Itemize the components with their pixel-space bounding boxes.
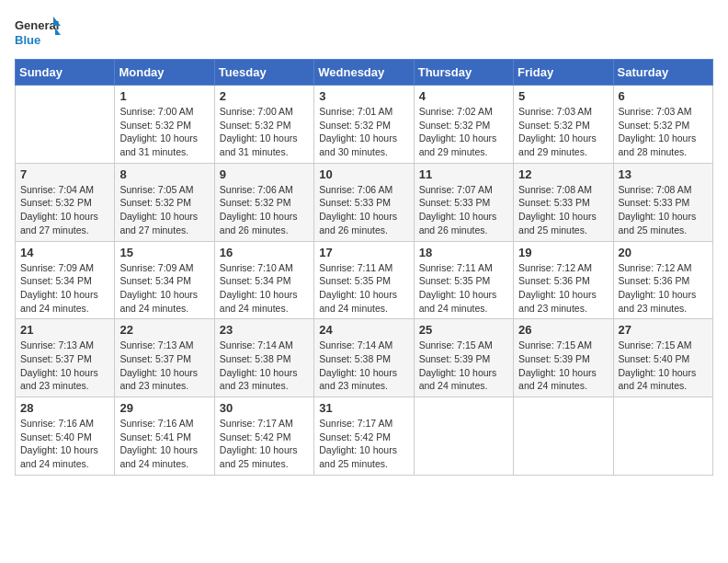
calendar-cell	[514, 397, 613, 476]
day-number: 8	[119, 167, 209, 181]
day-info: Sunrise: 7:08 AM Sunset: 5:33 PM Dayligh…	[619, 183, 708, 237]
day-number: 29	[119, 401, 209, 415]
day-info: Sunrise: 7:17 AM Sunset: 5:42 PM Dayligh…	[319, 417, 408, 471]
day-number: 22	[119, 323, 209, 337]
day-info: Sunrise: 7:11 AM Sunset: 5:35 PM Dayligh…	[419, 261, 508, 316]
weekday-header-row: SundayMondayTuesdayWednesdayThursdayFrid…	[16, 60, 713, 86]
svg-text:Blue: Blue	[15, 33, 40, 47]
weekday-header-monday: Monday	[115, 60, 214, 86]
day-number: 17	[319, 246, 408, 259]
day-number: 12	[518, 167, 608, 181]
day-info: Sunrise: 7:00 AM Sunset: 5:32 PM Dayligh…	[220, 105, 309, 159]
day-number: 23	[220, 323, 309, 337]
weekday-header-friday: Friday	[514, 60, 613, 86]
calendar-cell: 10Sunrise: 7:06 AM Sunset: 5:33 PM Dayli…	[314, 163, 414, 241]
calendar-cell: 25Sunrise: 7:15 AM Sunset: 5:39 PM Dayli…	[414, 319, 513, 397]
day-number: 27	[619, 323, 708, 337]
calendar-cell: 27Sunrise: 7:15 AM Sunset: 5:40 PM Dayli…	[613, 319, 712, 397]
day-info: Sunrise: 7:15 AM Sunset: 5:39 PM Dayligh…	[518, 339, 608, 393]
calendar-cell: 1Sunrise: 7:00 AM Sunset: 5:32 PM Daylig…	[115, 86, 214, 164]
day-info: Sunrise: 7:04 AM Sunset: 5:32 PM Dayligh…	[20, 183, 109, 237]
week-row-3: 14Sunrise: 7:09 AM Sunset: 5:34 PM Dayli…	[16, 241, 713, 319]
week-row-1: 1Sunrise: 7:00 AM Sunset: 5:32 PM Daylig…	[16, 86, 713, 164]
day-number: 16	[220, 246, 309, 259]
day-number: 9	[220, 167, 309, 181]
calendar-cell: 29Sunrise: 7:16 AM Sunset: 5:41 PM Dayli…	[115, 397, 214, 476]
day-info: Sunrise: 7:06 AM Sunset: 5:32 PM Dayligh…	[220, 183, 309, 237]
day-info: Sunrise: 7:03 AM Sunset: 5:32 PM Dayligh…	[619, 105, 708, 159]
day-info: Sunrise: 7:17 AM Sunset: 5:42 PM Dayligh…	[220, 417, 309, 471]
header: General Blue	[15, 15, 713, 50]
day-info: Sunrise: 7:02 AM Sunset: 5:32 PM Dayligh…	[419, 105, 508, 159]
day-number: 3	[319, 89, 408, 103]
day-number: 4	[419, 89, 508, 103]
day-number: 15	[119, 246, 209, 259]
day-number: 6	[619, 89, 708, 103]
day-info: Sunrise: 7:01 AM Sunset: 5:32 PM Dayligh…	[319, 105, 408, 159]
day-number: 25	[419, 323, 508, 337]
day-number: 28	[20, 401, 109, 415]
day-info: Sunrise: 7:06 AM Sunset: 5:33 PM Dayligh…	[319, 183, 408, 237]
day-info: Sunrise: 7:15 AM Sunset: 5:40 PM Dayligh…	[619, 339, 708, 393]
day-info: Sunrise: 7:16 AM Sunset: 5:41 PM Dayligh…	[119, 417, 209, 471]
day-number: 11	[419, 167, 508, 181]
weekday-header-wednesday: Wednesday	[314, 60, 414, 86]
calendar-cell: 8Sunrise: 7:05 AM Sunset: 5:32 PM Daylig…	[115, 163, 214, 241]
day-info: Sunrise: 7:13 AM Sunset: 5:37 PM Dayligh…	[119, 339, 209, 393]
day-number: 19	[518, 246, 608, 259]
day-number: 20	[619, 246, 708, 259]
calendar-cell: 24Sunrise: 7:14 AM Sunset: 5:38 PM Dayli…	[314, 319, 414, 397]
day-number: 24	[319, 323, 408, 337]
day-number: 21	[20, 323, 109, 337]
day-number: 13	[619, 167, 708, 181]
day-info: Sunrise: 7:14 AM Sunset: 5:38 PM Dayligh…	[220, 339, 309, 393]
calendar-cell: 7Sunrise: 7:04 AM Sunset: 5:32 PM Daylig…	[16, 163, 115, 241]
calendar-cell: 16Sunrise: 7:10 AM Sunset: 5:34 PM Dayli…	[214, 241, 313, 319]
day-info: Sunrise: 7:14 AM Sunset: 5:38 PM Dayligh…	[319, 339, 408, 393]
logo: General Blue	[15, 15, 61, 50]
day-info: Sunrise: 7:09 AM Sunset: 5:34 PM Dayligh…	[119, 261, 209, 316]
day-info: Sunrise: 7:16 AM Sunset: 5:40 PM Dayligh…	[20, 417, 109, 471]
calendar-cell: 21Sunrise: 7:13 AM Sunset: 5:37 PM Dayli…	[16, 319, 115, 397]
day-number: 5	[518, 89, 608, 103]
day-info: Sunrise: 7:03 AM Sunset: 5:32 PM Dayligh…	[518, 105, 608, 159]
day-info: Sunrise: 7:00 AM Sunset: 5:32 PM Dayligh…	[119, 105, 209, 159]
calendar-cell: 14Sunrise: 7:09 AM Sunset: 5:34 PM Dayli…	[16, 241, 115, 319]
weekday-header-saturday: Saturday	[613, 60, 712, 86]
day-info: Sunrise: 7:10 AM Sunset: 5:34 PM Dayligh…	[220, 261, 309, 316]
week-row-2: 7Sunrise: 7:04 AM Sunset: 5:32 PM Daylig…	[16, 163, 713, 241]
week-row-4: 21Sunrise: 7:13 AM Sunset: 5:37 PM Dayli…	[16, 319, 713, 397]
day-number: 30	[220, 401, 309, 415]
day-info: Sunrise: 7:08 AM Sunset: 5:33 PM Dayligh…	[518, 183, 608, 237]
calendar-cell: 22Sunrise: 7:13 AM Sunset: 5:37 PM Dayli…	[115, 319, 214, 397]
calendar-cell: 9Sunrise: 7:06 AM Sunset: 5:32 PM Daylig…	[214, 163, 313, 241]
calendar-cell: 6Sunrise: 7:03 AM Sunset: 5:32 PM Daylig…	[613, 86, 712, 164]
day-number: 14	[20, 246, 109, 259]
calendar-cell: 4Sunrise: 7:02 AM Sunset: 5:32 PM Daylig…	[414, 86, 513, 164]
calendar-cell: 13Sunrise: 7:08 AM Sunset: 5:33 PM Dayli…	[613, 163, 712, 241]
day-info: Sunrise: 7:09 AM Sunset: 5:34 PM Dayligh…	[20, 261, 109, 316]
calendar-cell: 28Sunrise: 7:16 AM Sunset: 5:40 PM Dayli…	[16, 397, 115, 476]
calendar-cell: 17Sunrise: 7:11 AM Sunset: 5:35 PM Dayli…	[314, 241, 414, 319]
calendar-cell: 23Sunrise: 7:14 AM Sunset: 5:38 PM Dayli…	[214, 319, 313, 397]
calendar-cell: 18Sunrise: 7:11 AM Sunset: 5:35 PM Dayli…	[414, 241, 513, 319]
calendar-cell: 2Sunrise: 7:00 AM Sunset: 5:32 PM Daylig…	[214, 86, 313, 164]
calendar-cell: 3Sunrise: 7:01 AM Sunset: 5:32 PM Daylig…	[314, 86, 414, 164]
logo-svg: General Blue	[15, 15, 61, 50]
day-info: Sunrise: 7:13 AM Sunset: 5:37 PM Dayligh…	[20, 339, 109, 393]
day-info: Sunrise: 7:07 AM Sunset: 5:33 PM Dayligh…	[419, 183, 508, 237]
day-number: 1	[119, 89, 209, 103]
day-info: Sunrise: 7:11 AM Sunset: 5:35 PM Dayligh…	[319, 261, 408, 316]
svg-text:General: General	[15, 18, 59, 32]
day-info: Sunrise: 7:15 AM Sunset: 5:39 PM Dayligh…	[419, 339, 508, 393]
calendar-cell: 26Sunrise: 7:15 AM Sunset: 5:39 PM Dayli…	[514, 319, 613, 397]
day-number: 7	[20, 167, 109, 181]
calendar-cell: 30Sunrise: 7:17 AM Sunset: 5:42 PM Dayli…	[214, 397, 313, 476]
weekday-header-tuesday: Tuesday	[214, 60, 313, 86]
weekday-header-thursday: Thursday	[414, 60, 513, 86]
calendar-cell: 31Sunrise: 7:17 AM Sunset: 5:42 PM Dayli…	[314, 397, 414, 476]
calendar-cell: 11Sunrise: 7:07 AM Sunset: 5:33 PM Dayli…	[414, 163, 513, 241]
calendar-cell	[613, 397, 712, 476]
day-info: Sunrise: 7:05 AM Sunset: 5:32 PM Dayligh…	[119, 183, 209, 237]
calendar-cell: 20Sunrise: 7:12 AM Sunset: 5:36 PM Dayli…	[613, 241, 712, 319]
